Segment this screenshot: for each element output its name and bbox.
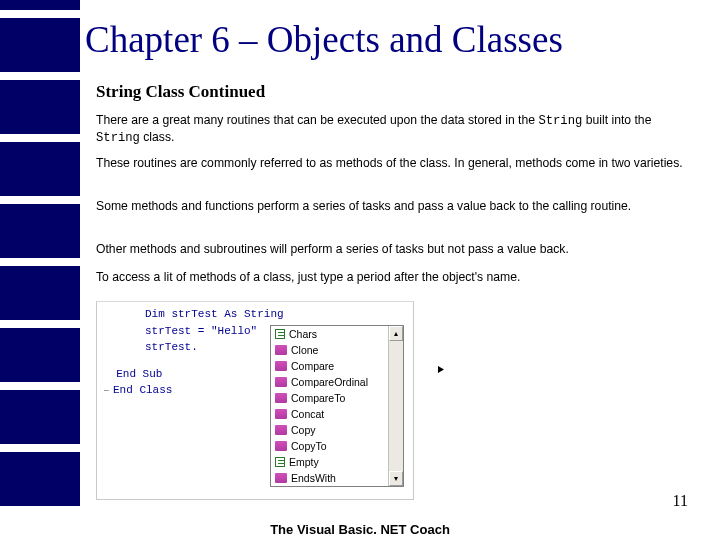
decorative-sidebar: [0, 0, 80, 540]
scroll-up-button[interactable]: ▴: [389, 326, 403, 341]
scrollbar[interactable]: ▴ ▾: [388, 326, 403, 486]
body-paragraph-2: These routines are commonly referred to …: [96, 155, 692, 171]
body-paragraph-4: Other methods and subroutines will perfo…: [96, 241, 692, 257]
item-label: Chars: [289, 328, 317, 340]
intellisense-popup: Chars Clone Compare CompareOrdinal Compa…: [270, 325, 404, 487]
text: built into the: [582, 113, 651, 127]
property-icon: [275, 457, 285, 467]
intellisense-item: Clone: [271, 342, 388, 358]
slide-subtitle: String Class Continued: [96, 82, 265, 102]
item-label: Concat: [291, 408, 324, 420]
inline-code: String: [538, 114, 582, 128]
body-paragraph-1: There are a great many routines that can…: [96, 112, 692, 146]
item-label: CompareOrdinal: [291, 376, 368, 388]
method-icon: [275, 377, 287, 387]
page-number: 11: [673, 492, 688, 510]
intellisense-item: Concat: [271, 406, 388, 422]
scroll-down-button[interactable]: ▾: [389, 471, 403, 486]
caret-icon: [438, 366, 444, 373]
text: class.: [140, 130, 175, 144]
intellisense-item: CopyTo: [271, 438, 388, 454]
intellisense-item: EndsWith: [271, 470, 388, 486]
intellisense-item: Chars: [271, 326, 388, 342]
method-icon: [275, 345, 287, 355]
item-label: CopyTo: [291, 440, 327, 452]
body-paragraph-3: Some methods and functions perform a ser…: [96, 198, 692, 214]
intellisense-item: Empty: [271, 454, 388, 470]
slide-title: Chapter 6 – Objects and Classes: [85, 18, 563, 61]
intellisense-list[interactable]: Chars Clone Compare CompareOrdinal Compa…: [271, 326, 388, 486]
body-paragraph-5: To access a lit of methods of a class, j…: [96, 269, 692, 285]
item-label: CompareTo: [291, 392, 345, 404]
text: There are a great many routines that can…: [96, 113, 538, 127]
method-icon: [275, 473, 287, 483]
intellisense-item: Copy: [271, 422, 388, 438]
intellisense-item: CompareTo: [271, 390, 388, 406]
item-label: Empty: [289, 456, 319, 468]
item-label: EndsWith: [291, 472, 336, 484]
method-icon: [275, 409, 287, 419]
inline-code: String: [96, 131, 140, 145]
svg-marker-0: [438, 366, 444, 373]
item-label: Clone: [291, 344, 318, 356]
method-icon: [275, 361, 287, 371]
code-figure: Dim strTest As String strTest = "Hello" …: [96, 301, 414, 500]
method-icon: [275, 441, 287, 451]
item-label: Copy: [291, 424, 316, 436]
code-line: Dim strTest As String: [97, 306, 413, 323]
method-icon: [275, 393, 287, 403]
item-label: Compare: [291, 360, 334, 372]
property-icon: [275, 329, 285, 339]
intellisense-item: Compare: [271, 358, 388, 374]
method-icon: [275, 425, 287, 435]
scroll-track[interactable]: [389, 341, 403, 471]
footer-text: The Visual Basic. NET Coach: [0, 522, 720, 537]
intellisense-item: CompareOrdinal: [271, 374, 388, 390]
